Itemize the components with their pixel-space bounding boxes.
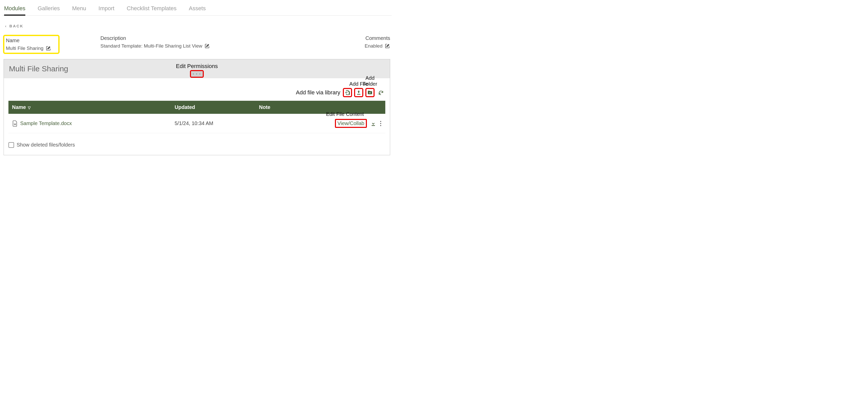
download-icon bbox=[370, 121, 376, 126]
col-updated[interactable]: Updated bbox=[175, 104, 259, 110]
svg-point-5 bbox=[380, 125, 381, 126]
kebab-icon bbox=[380, 121, 382, 126]
add-folder-button[interactable] bbox=[365, 88, 375, 97]
file-import-icon bbox=[345, 90, 350, 95]
add-via-library-button[interactable] bbox=[343, 88, 352, 97]
word-file-icon: W bbox=[12, 120, 18, 127]
file-sharing-card: Multi File Sharing Edit Permissions ● ● … bbox=[4, 59, 390, 155]
show-deleted-row: Show deleted files/folders bbox=[4, 137, 390, 155]
callout-edit-file-content: Edit File Content bbox=[326, 111, 364, 117]
file-link[interactable]: W Sample Template.docx bbox=[12, 120, 175, 127]
info-description-label: Description bbox=[100, 35, 339, 41]
table-row: W Sample Template.docx 5/1/24, 10:34 AM … bbox=[8, 114, 385, 133]
refresh-icon bbox=[378, 90, 384, 96]
file-name-text: Sample Template.docx bbox=[20, 120, 72, 126]
info-description-block: Description Standard Template: Multi-Fil… bbox=[60, 35, 339, 54]
tab-import[interactable]: Import bbox=[98, 3, 114, 16]
show-deleted-checkbox[interactable] bbox=[8, 142, 14, 148]
info-description-value: Standard Template: Multi-File Sharing Li… bbox=[100, 43, 203, 49]
info-row: Name Multi File Sharing Description bbox=[4, 35, 390, 58]
callout-edit-permissions: Edit Permissions bbox=[4, 63, 390, 69]
callout-add-via-library: Add file via library bbox=[296, 89, 340, 96]
col-note[interactable]: Note bbox=[259, 104, 331, 110]
tab-assets[interactable]: Assets bbox=[189, 3, 206, 16]
col-name-label: Name bbox=[12, 104, 26, 110]
svg-rect-2 bbox=[372, 125, 375, 126]
info-comments-block: Comments Enabled bbox=[339, 35, 390, 54]
svg-point-3 bbox=[380, 121, 381, 122]
svg-text:W: W bbox=[14, 123, 16, 126]
add-file-button[interactable] bbox=[354, 88, 363, 97]
upload-icon bbox=[356, 90, 362, 95]
tab-menu[interactable]: Menu bbox=[72, 3, 86, 16]
back-link[interactable]: ‹ BACK bbox=[4, 23, 390, 31]
download-button[interactable] bbox=[370, 121, 376, 126]
col-name[interactable]: Name ▽ bbox=[12, 104, 175, 110]
permissions-menu-button[interactable]: ● ● ● bbox=[190, 70, 204, 78]
info-comments-value: Enabled bbox=[365, 43, 382, 49]
svg-point-4 bbox=[380, 123, 381, 124]
edit-name-icon[interactable] bbox=[45, 45, 51, 51]
refresh-button[interactable] bbox=[377, 89, 385, 97]
info-name-value: Multi File Sharing bbox=[6, 45, 43, 51]
callout-add-folder: Add Folder bbox=[360, 75, 380, 87]
actions-row: Add file via library Add File bbox=[4, 80, 390, 101]
info-name-label: Name bbox=[6, 38, 51, 43]
tab-galleries[interactable]: Galleries bbox=[38, 3, 60, 16]
tab-checklist-templates[interactable]: Checklist Templates bbox=[127, 3, 177, 16]
chevron-left-icon: ‹ bbox=[5, 24, 7, 28]
ellipsis-icon: ● ● ● bbox=[191, 71, 203, 77]
info-comments-label: Comments bbox=[339, 35, 390, 41]
edit-comments-icon[interactable] bbox=[384, 43, 390, 49]
top-tabs: Modules Galleries Menu Import Checklist … bbox=[2, 0, 392, 16]
row-menu-button[interactable] bbox=[380, 121, 382, 126]
edit-description-icon[interactable] bbox=[204, 43, 210, 49]
tab-modules[interactable]: Modules bbox=[4, 3, 25, 16]
files-table: Name ▽ Updated Note W bbox=[8, 101, 385, 133]
view-collab-button[interactable]: View/Collab bbox=[335, 119, 367, 128]
info-name-block: Name Multi File Sharing bbox=[4, 35, 60, 54]
back-label: BACK bbox=[9, 24, 24, 28]
folder-plus-icon bbox=[367, 90, 373, 95]
show-deleted-label: Show deleted files/folders bbox=[17, 142, 75, 148]
svg-rect-0 bbox=[357, 94, 361, 95]
sort-desc-icon: ▽ bbox=[28, 105, 31, 110]
file-updated: 5/1/24, 10:34 AM bbox=[175, 120, 259, 126]
